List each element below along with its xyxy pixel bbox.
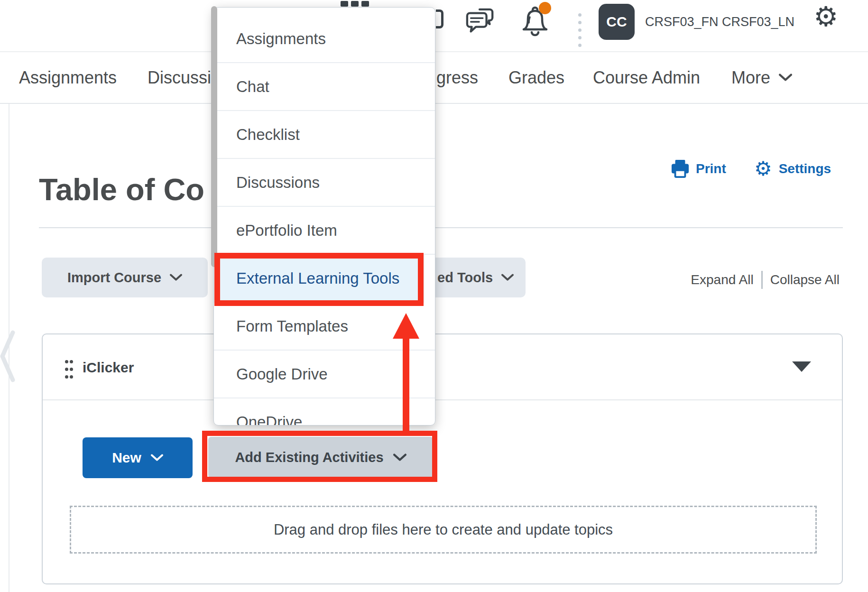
module-title: iClicker bbox=[83, 334, 134, 400]
drag-drop-zone-text: Drag and drop files here to create and u… bbox=[274, 521, 613, 538]
clipped-header-icon[interactable] bbox=[436, 9, 443, 28]
new-button[interactable]: New bbox=[83, 437, 193, 478]
menu-item-chat[interactable]: Chat bbox=[214, 63, 435, 111]
dropdown-scrollbar[interactable] bbox=[211, 6, 217, 267]
avatar[interactable]: CC bbox=[599, 4, 635, 40]
gear-icon[interactable]: ⚙ bbox=[813, 3, 838, 30]
drag-drop-zone[interactable]: Drag and drop files here to create and u… bbox=[70, 506, 817, 554]
header-divider-dots bbox=[578, 13, 582, 47]
settings-gear-icon: ⚙ bbox=[754, 159, 772, 179]
collapse-panel-chevron-icon[interactable] bbox=[0, 330, 15, 383]
message-bubbles-icon[interactable] bbox=[466, 7, 495, 36]
collapse-all-link[interactable]: Collapse All bbox=[770, 272, 840, 287]
annotation-box-add-existing-activities bbox=[202, 431, 437, 482]
settings-label: Settings bbox=[779, 161, 831, 176]
menu-item-checklist[interactable]: Checklist bbox=[214, 111, 435, 159]
module-card: iClicker New Add Existing Activities Dra… bbox=[42, 333, 843, 584]
module-card-header: iClicker bbox=[43, 334, 842, 400]
chevron-down-icon bbox=[779, 74, 792, 82]
annotation-box-external-learning-tools bbox=[214, 253, 424, 306]
nav-item-class-progress[interactable]: gress bbox=[436, 52, 478, 103]
import-course-label: Import Course bbox=[67, 270, 161, 286]
menu-item-assignments[interactable]: Assignments bbox=[214, 15, 435, 63]
menu-item-google-drive[interactable]: Google Drive bbox=[214, 351, 435, 398]
user-name[interactable]: CRSF03_FN CRSF03_LN bbox=[645, 0, 794, 44]
menu-item-discussions[interactable]: Discussions bbox=[214, 159, 435, 207]
page-title: Table of Co bbox=[39, 172, 204, 207]
printer-icon bbox=[671, 159, 689, 178]
expand-collapse-separator bbox=[761, 271, 763, 289]
nav-item-discussions[interactable]: Discussi bbox=[148, 52, 211, 103]
expand-all-link[interactable]: Expand All bbox=[691, 272, 753, 287]
print-label: Print bbox=[696, 161, 726, 176]
annotation-arrow bbox=[403, 338, 409, 432]
waffle-grid-icon[interactable] bbox=[361, 1, 369, 7]
nav-item-more[interactable]: More bbox=[731, 52, 792, 103]
menu-item-onedrive[interactable]: OneDrive bbox=[214, 398, 435, 426]
collapse-module-chevron[interactable] bbox=[792, 361, 811, 372]
screen: CC CRSF03_FN CRSF03_LN ⚙ Assignments Dis… bbox=[0, 0, 868, 592]
nav-item-assignments[interactable]: Assignments bbox=[19, 52, 117, 103]
waffle-grid-icon[interactable] bbox=[351, 1, 359, 7]
notification-dot bbox=[539, 2, 551, 14]
chevron-down-icon bbox=[501, 274, 514, 281]
waffle-grid-icon[interactable] bbox=[341, 1, 348, 7]
annotation-arrow-head bbox=[393, 313, 419, 339]
print-button[interactable]: Print bbox=[671, 158, 726, 180]
settings-button[interactable]: ⚙ Settings bbox=[754, 158, 831, 180]
add-existing-activities-menu: Assignments Chat Checklist Discussions e… bbox=[213, 7, 435, 426]
new-button-label: New bbox=[112, 450, 141, 466]
avatar-initials: CC bbox=[606, 14, 627, 30]
nav-item-grades[interactable]: Grades bbox=[508, 52, 564, 103]
nav-item-more-label: More bbox=[731, 68, 770, 88]
expand-collapse-controls: Expand All Collapse All bbox=[691, 269, 840, 290]
menu-item-eportfolio-item[interactable]: ePortfolio Item bbox=[214, 207, 435, 255]
related-tools-label: ed Tools bbox=[437, 270, 493, 286]
chevron-down-icon bbox=[170, 274, 182, 281]
chevron-down-icon bbox=[151, 454, 163, 462]
import-course-button[interactable]: Import Course bbox=[42, 258, 208, 297]
nav-item-course-admin[interactable]: Course Admin bbox=[593, 52, 700, 103]
drag-handle-icon[interactable] bbox=[65, 360, 73, 378]
title-divider bbox=[39, 227, 843, 228]
